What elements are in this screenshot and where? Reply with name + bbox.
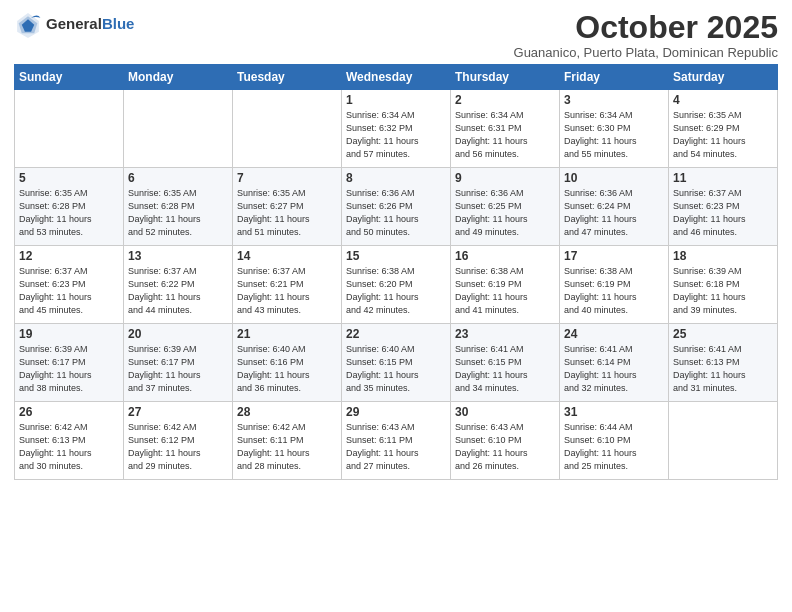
day-info: Sunrise: 6:35 AM Sunset: 6:29 PM Dayligh… (673, 109, 773, 161)
day-info: Sunrise: 6:38 AM Sunset: 6:20 PM Dayligh… (346, 265, 446, 317)
day-number: 10 (564, 171, 664, 185)
calendar-week-4: 19Sunrise: 6:39 AM Sunset: 6:17 PM Dayli… (15, 324, 778, 402)
calendar-cell: 9Sunrise: 6:36 AM Sunset: 6:25 PM Daylig… (451, 168, 560, 246)
calendar-cell: 17Sunrise: 6:38 AM Sunset: 6:19 PM Dayli… (560, 246, 669, 324)
day-info: Sunrise: 6:42 AM Sunset: 6:12 PM Dayligh… (128, 421, 228, 473)
day-number: 2 (455, 93, 555, 107)
calendar-cell: 27Sunrise: 6:42 AM Sunset: 6:12 PM Dayli… (124, 402, 233, 480)
calendar-cell: 30Sunrise: 6:43 AM Sunset: 6:10 PM Dayli… (451, 402, 560, 480)
day-number: 1 (346, 93, 446, 107)
calendar-cell: 13Sunrise: 6:37 AM Sunset: 6:22 PM Dayli… (124, 246, 233, 324)
calendar-cell: 8Sunrise: 6:36 AM Sunset: 6:26 PM Daylig… (342, 168, 451, 246)
day-number: 3 (564, 93, 664, 107)
calendar-week-2: 5Sunrise: 6:35 AM Sunset: 6:28 PM Daylig… (15, 168, 778, 246)
day-number: 12 (19, 249, 119, 263)
day-number: 17 (564, 249, 664, 263)
calendar-cell: 2Sunrise: 6:34 AM Sunset: 6:31 PM Daylig… (451, 90, 560, 168)
day-number: 20 (128, 327, 228, 341)
day-info: Sunrise: 6:39 AM Sunset: 6:17 PM Dayligh… (128, 343, 228, 395)
day-number: 15 (346, 249, 446, 263)
calendar-cell: 18Sunrise: 6:39 AM Sunset: 6:18 PM Dayli… (669, 246, 778, 324)
calendar-week-3: 12Sunrise: 6:37 AM Sunset: 6:23 PM Dayli… (15, 246, 778, 324)
calendar-cell: 20Sunrise: 6:39 AM Sunset: 6:17 PM Dayli… (124, 324, 233, 402)
day-number: 7 (237, 171, 337, 185)
calendar-cell: 19Sunrise: 6:39 AM Sunset: 6:17 PM Dayli… (15, 324, 124, 402)
calendar-cell: 4Sunrise: 6:35 AM Sunset: 6:29 PM Daylig… (669, 90, 778, 168)
day-info: Sunrise: 6:43 AM Sunset: 6:10 PM Dayligh… (455, 421, 555, 473)
calendar-cell: 15Sunrise: 6:38 AM Sunset: 6:20 PM Dayli… (342, 246, 451, 324)
calendar-cell: 22Sunrise: 6:40 AM Sunset: 6:15 PM Dayli… (342, 324, 451, 402)
day-number: 21 (237, 327, 337, 341)
calendar-week-5: 26Sunrise: 6:42 AM Sunset: 6:13 PM Dayli… (15, 402, 778, 480)
day-number: 25 (673, 327, 773, 341)
day-number: 27 (128, 405, 228, 419)
calendar-cell: 16Sunrise: 6:38 AM Sunset: 6:19 PM Dayli… (451, 246, 560, 324)
day-info: Sunrise: 6:41 AM Sunset: 6:14 PM Dayligh… (564, 343, 664, 395)
day-number: 6 (128, 171, 228, 185)
logo: GeneralBlue (14, 10, 134, 38)
day-number: 29 (346, 405, 446, 419)
col-tuesday: Tuesday (233, 65, 342, 90)
calendar-cell: 6Sunrise: 6:35 AM Sunset: 6:28 PM Daylig… (124, 168, 233, 246)
day-info: Sunrise: 6:40 AM Sunset: 6:15 PM Dayligh… (346, 343, 446, 395)
day-number: 13 (128, 249, 228, 263)
col-wednesday: Wednesday (342, 65, 451, 90)
day-info: Sunrise: 6:41 AM Sunset: 6:13 PM Dayligh… (673, 343, 773, 395)
calendar-cell: 23Sunrise: 6:41 AM Sunset: 6:15 PM Dayli… (451, 324, 560, 402)
header-row: Sunday Monday Tuesday Wednesday Thursday… (15, 65, 778, 90)
day-info: Sunrise: 6:40 AM Sunset: 6:16 PM Dayligh… (237, 343, 337, 395)
col-saturday: Saturday (669, 65, 778, 90)
day-number: 4 (673, 93, 773, 107)
day-number: 18 (673, 249, 773, 263)
calendar-cell (124, 90, 233, 168)
day-info: Sunrise: 6:43 AM Sunset: 6:11 PM Dayligh… (346, 421, 446, 473)
day-info: Sunrise: 6:38 AM Sunset: 6:19 PM Dayligh… (564, 265, 664, 317)
day-number: 14 (237, 249, 337, 263)
day-number: 9 (455, 171, 555, 185)
day-info: Sunrise: 6:37 AM Sunset: 6:23 PM Dayligh… (19, 265, 119, 317)
header: GeneralBlue October 2025 Guananico, Puer… (14, 10, 778, 60)
calendar-cell: 26Sunrise: 6:42 AM Sunset: 6:13 PM Dayli… (15, 402, 124, 480)
day-number: 5 (19, 171, 119, 185)
day-info: Sunrise: 6:39 AM Sunset: 6:18 PM Dayligh… (673, 265, 773, 317)
day-info: Sunrise: 6:44 AM Sunset: 6:10 PM Dayligh… (564, 421, 664, 473)
day-number: 19 (19, 327, 119, 341)
title-block: October 2025 Guananico, Puerto Plata, Do… (514, 10, 778, 60)
day-info: Sunrise: 6:39 AM Sunset: 6:17 PM Dayligh… (19, 343, 119, 395)
calendar-cell: 29Sunrise: 6:43 AM Sunset: 6:11 PM Dayli… (342, 402, 451, 480)
day-info: Sunrise: 6:38 AM Sunset: 6:19 PM Dayligh… (455, 265, 555, 317)
calendar-cell: 3Sunrise: 6:34 AM Sunset: 6:30 PM Daylig… (560, 90, 669, 168)
day-info: Sunrise: 6:34 AM Sunset: 6:30 PM Dayligh… (564, 109, 664, 161)
calendar-cell: 12Sunrise: 6:37 AM Sunset: 6:23 PM Dayli… (15, 246, 124, 324)
calendar-cell: 24Sunrise: 6:41 AM Sunset: 6:14 PM Dayli… (560, 324, 669, 402)
day-info: Sunrise: 6:37 AM Sunset: 6:22 PM Dayligh… (128, 265, 228, 317)
calendar-cell: 28Sunrise: 6:42 AM Sunset: 6:11 PM Dayli… (233, 402, 342, 480)
day-info: Sunrise: 6:35 AM Sunset: 6:27 PM Dayligh… (237, 187, 337, 239)
day-info: Sunrise: 6:34 AM Sunset: 6:32 PM Dayligh… (346, 109, 446, 161)
calendar-cell: 11Sunrise: 6:37 AM Sunset: 6:23 PM Dayli… (669, 168, 778, 246)
col-friday: Friday (560, 65, 669, 90)
calendar-cell: 7Sunrise: 6:35 AM Sunset: 6:27 PM Daylig… (233, 168, 342, 246)
logo-blue: Blue (102, 15, 135, 32)
calendar-cell: 1Sunrise: 6:34 AM Sunset: 6:32 PM Daylig… (342, 90, 451, 168)
day-number: 30 (455, 405, 555, 419)
day-info: Sunrise: 6:36 AM Sunset: 6:25 PM Dayligh… (455, 187, 555, 239)
day-info: Sunrise: 6:37 AM Sunset: 6:21 PM Dayligh… (237, 265, 337, 317)
calendar-container: GeneralBlue October 2025 Guananico, Puer… (0, 0, 792, 490)
day-number: 23 (455, 327, 555, 341)
col-sunday: Sunday (15, 65, 124, 90)
day-info: Sunrise: 6:41 AM Sunset: 6:15 PM Dayligh… (455, 343, 555, 395)
calendar-cell (233, 90, 342, 168)
day-info: Sunrise: 6:35 AM Sunset: 6:28 PM Dayligh… (19, 187, 119, 239)
day-number: 24 (564, 327, 664, 341)
day-number: 28 (237, 405, 337, 419)
day-info: Sunrise: 6:36 AM Sunset: 6:26 PM Dayligh… (346, 187, 446, 239)
day-number: 8 (346, 171, 446, 185)
calendar-cell (15, 90, 124, 168)
day-number: 11 (673, 171, 773, 185)
logo-text: GeneralBlue (46, 15, 134, 33)
calendar-cell: 10Sunrise: 6:36 AM Sunset: 6:24 PM Dayli… (560, 168, 669, 246)
day-info: Sunrise: 6:42 AM Sunset: 6:13 PM Dayligh… (19, 421, 119, 473)
day-info: Sunrise: 6:37 AM Sunset: 6:23 PM Dayligh… (673, 187, 773, 239)
col-thursday: Thursday (451, 65, 560, 90)
